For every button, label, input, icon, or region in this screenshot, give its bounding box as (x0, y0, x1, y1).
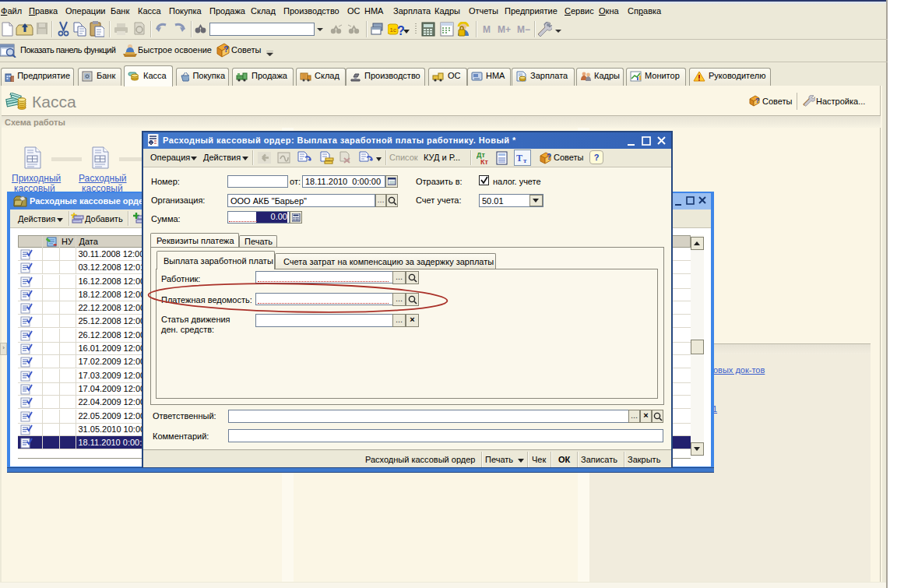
svg-text:?: ? (755, 97, 760, 104)
svg-text:1с: 1с (390, 26, 396, 33)
svg-text:?: ? (547, 153, 551, 161)
svg-text:Кт: Кт (480, 158, 488, 165)
svg-text:т: т (523, 157, 527, 164)
svg-text:?: ? (223, 44, 229, 54)
svg-text:Т: Т (516, 153, 522, 164)
